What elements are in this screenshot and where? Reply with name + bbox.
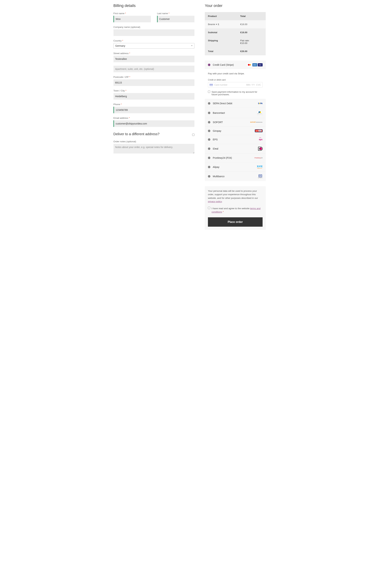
sepa-icon: S€PA [258, 102, 263, 105]
notes-label: Order notes (optional) [113, 140, 195, 143]
multibanco-icon: MBMULTIBANCO [258, 174, 263, 178]
country-label: Country * [113, 39, 195, 42]
order-column: Your order Product Total Beanie × 1 €18.… [205, 3, 266, 230]
giropay-icon: giropay [255, 129, 263, 132]
notes-textarea[interactable] [113, 144, 195, 153]
street-input[interactable] [113, 56, 195, 62]
stripe-panel: Pay with your credit card via Stripe. Cr… [205, 69, 266, 99]
payment-sepa[interactable]: SEPA Direct Debit S€PA [205, 99, 266, 108]
eps-icon: eps [259, 138, 263, 141]
save-card-checkbox[interactable] [208, 90, 210, 93]
country-select[interactable]: Germany [113, 43, 195, 49]
radio-icon [208, 112, 210, 114]
shipping-label: Shipping [205, 36, 237, 47]
company-input[interactable] [113, 30, 195, 36]
radio-icon [208, 138, 210, 141]
last-name-input[interactable] [157, 16, 194, 22]
card-icon [209, 84, 213, 86]
payment-multibanco[interactable]: Multibanco MBMULTIBANCO [205, 171, 266, 181]
payment-stripe[interactable]: Credit Card (Stripe) AMEX VISA [205, 60, 266, 69]
item-qty: × 1 [216, 23, 219, 26]
payment-giropay[interactable]: Giropay giropay [205, 126, 266, 135]
privacy-box: Your personal data will be used to proce… [205, 186, 266, 230]
card-input[interactable]: Card number MM / YY CVC [208, 82, 262, 88]
company-label: Company name (optional) [113, 26, 195, 28]
radio-selected-icon [208, 64, 210, 66]
subtotal-value: €18.00 [237, 28, 266, 36]
alipay-icon: 支付宝Alipay.com [257, 165, 263, 169]
privacy-policy-link[interactable]: privacy policy [208, 200, 222, 203]
place-order-button[interactable]: Place order [208, 217, 262, 227]
phone-label: Phone * [113, 103, 195, 106]
mastercard-icon [247, 63, 252, 66]
payment-sofort[interactable]: SOFORT SOFORTÜBERWEISUNG [205, 118, 266, 126]
payment-bancontact[interactable]: Bancontact Bancontact [205, 108, 266, 118]
amex-icon: AMEX [252, 63, 257, 66]
card-placeholder: Card number [214, 84, 245, 86]
col-product: Product [205, 12, 237, 20]
first-name-input[interactable] [113, 16, 151, 22]
payment-methods: Credit Card (Stripe) AMEX VISA Pay with … [205, 60, 266, 181]
stripe-desc: Pay with your credit card via Stripe. [208, 72, 262, 75]
order-item-row: Beanie × 1 €18.00 [205, 20, 266, 28]
radio-icon [208, 148, 210, 150]
card-field-label: Credit or debit card [208, 79, 262, 81]
payment-ideal[interactable]: iDeal [205, 144, 266, 153]
last-name-label: Last name * [157, 12, 194, 15]
privacy-text: Your personal data will be used to proce… [208, 189, 262, 203]
email-label: Email address * [113, 117, 195, 119]
p24-icon: Przelewy24 [254, 156, 263, 159]
shipping-value: Flat rate:€10.00 [237, 36, 266, 47]
street-label: Street address * [113, 52, 195, 55]
radio-icon [208, 102, 210, 105]
city-input[interactable] [113, 93, 195, 100]
radio-icon [208, 166, 210, 168]
item-total: €18.00 [237, 20, 266, 28]
visa-icon: VISA [258, 63, 263, 66]
total-label: Total [205, 47, 237, 55]
item-name: Beanie [208, 23, 216, 26]
order-table: Product Total Beanie × 1 €18.00 Subtotal… [205, 12, 266, 55]
payment-eps[interactable]: EPS eps [205, 135, 266, 144]
payment-alipay[interactable]: Alipay 支付宝Alipay.com [205, 162, 266, 171]
subtotal-label: Subtotal [205, 28, 237, 36]
billing-column: Billing details First name * Last name *… [113, 3, 195, 230]
stripe-label: Credit Card (Stripe) [213, 63, 247, 66]
bancontact-icon: Bancontact [257, 111, 263, 115]
card-cvc: CVC [256, 84, 261, 86]
postcode-input[interactable] [113, 79, 195, 86]
radio-icon [208, 130, 210, 132]
billing-heading: Billing details [113, 3, 195, 8]
deliver-heading: Deliver to a different address? [113, 132, 159, 136]
save-card-label: Save payment information to my account f… [212, 90, 262, 96]
phone-input[interactable] [113, 107, 195, 113]
sofort-icon: SOFORTÜBERWEISUNG [250, 121, 262, 123]
deliver-different-checkbox[interactable] [192, 134, 194, 136]
city-label: Town / City * [113, 89, 195, 92]
card-exp: MM / YY [246, 84, 255, 86]
order-heading: Your order [205, 3, 266, 8]
postcode-label: Postcode / ZIP * [113, 76, 195, 78]
street2-input[interactable] [113, 66, 195, 72]
radio-icon [208, 175, 210, 178]
radio-icon [208, 157, 210, 159]
total-value: €28.00 [237, 47, 266, 55]
radio-icon [208, 121, 210, 123]
terms-checkbox[interactable] [208, 207, 210, 209]
ideal-icon [258, 147, 263, 151]
payment-p24[interactable]: Przelewy24 (P24) Przelewy24 [205, 153, 266, 162]
col-total: Total [237, 12, 266, 20]
email-input[interactable] [113, 120, 195, 127]
first-name-label: First name * [113, 12, 151, 15]
